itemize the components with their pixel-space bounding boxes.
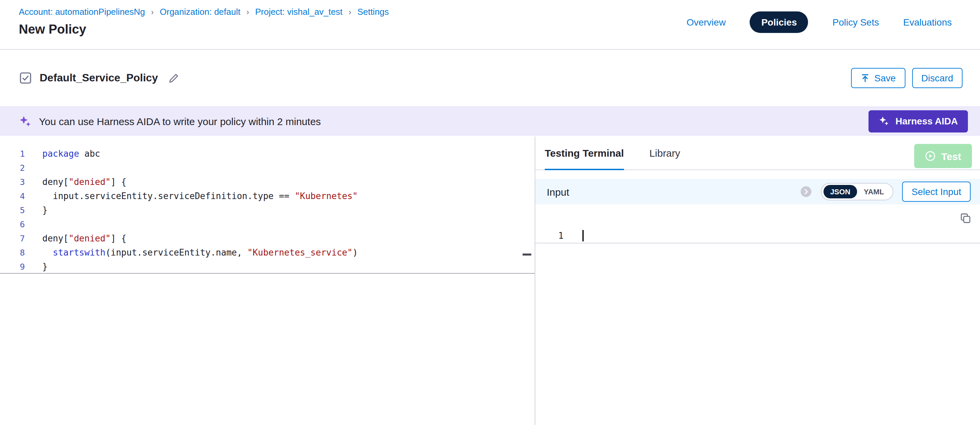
breadcrumb-account[interactable]: Account: automationPipelinesNg xyxy=(19,7,145,17)
code-line[interactable]: 5} xyxy=(0,203,535,217)
code-line[interactable]: 4 input.serviceEntity.serviceDefinition.… xyxy=(0,189,535,203)
policy-name: Default_Service_Policy xyxy=(40,72,158,84)
code-text: deny["denied"] { xyxy=(42,233,127,243)
discard-button[interactable]: Discard xyxy=(912,68,963,88)
code-lines: 1package abc23deny["denied"] {4 input.se… xyxy=(0,147,535,274)
save-button-label: Save xyxy=(874,73,896,83)
aida-banner-message: You can use Harness AIDA to write your p… xyxy=(39,115,321,127)
input-controls: JSON YAML Select Input xyxy=(800,182,970,202)
save-button[interactable]: Save xyxy=(851,68,905,88)
format-option-json[interactable]: JSON xyxy=(824,185,857,198)
nav-tab-policies[interactable]: Policies xyxy=(750,11,808,33)
breadcrumb-separator-icon: › xyxy=(151,7,154,16)
line-number: 5 xyxy=(0,205,25,215)
breadcrumb-separator-icon: › xyxy=(348,7,351,16)
line-number: 8 xyxy=(0,248,25,257)
upload-arrow-icon xyxy=(860,73,870,83)
code-line[interactable]: 2 xyxy=(0,161,535,175)
format-toggle: JSON YAML xyxy=(821,183,893,200)
overview-ruler-cursor-mark xyxy=(523,254,531,256)
edit-pencil-icon[interactable] xyxy=(168,72,179,84)
text-cursor xyxy=(582,230,584,241)
breadcrumb-separator-icon: › xyxy=(247,7,249,16)
code-text: deny["denied"] { xyxy=(42,177,127,187)
policy-bar: Default_Service_Policy Save Discard xyxy=(0,50,980,106)
code-line[interactable]: 7deny["denied"] { xyxy=(0,231,535,246)
discard-button-label: Discard xyxy=(921,73,953,83)
sparkle-icon xyxy=(878,116,889,126)
breadcrumb-organization[interactable]: Organization: default xyxy=(160,7,240,17)
code-text: input.serviceEntity.serviceDefinition.ty… xyxy=(42,191,358,201)
page-header: Account: automationPipelinesNg › Organiz… xyxy=(0,0,980,50)
nav-tab-policy-sets[interactable]: Policy Sets xyxy=(832,17,879,27)
input-section-title: Input xyxy=(547,186,569,197)
code-text: } xyxy=(42,261,48,272)
code-line[interactable]: 6 xyxy=(0,217,535,231)
top-nav: Overview Policies Policy Sets Evaluation… xyxy=(686,11,952,33)
input-editor-line[interactable]: 1 xyxy=(535,228,980,243)
testing-panel-tabs: Testing Terminal Library xyxy=(535,136,980,170)
test-button[interactable]: Test xyxy=(915,144,972,168)
select-input-button-label: Select Input xyxy=(912,186,961,197)
code-line[interactable]: 9} xyxy=(0,260,535,274)
line-number: 1 xyxy=(0,149,25,159)
copy-icon[interactable] xyxy=(960,212,971,224)
code-line[interactable]: 3deny["denied"] { xyxy=(0,175,535,189)
code-text: package abc xyxy=(42,149,100,159)
breadcrumb-settings[interactable]: Settings xyxy=(357,7,389,17)
nav-tab-overview[interactable]: Overview xyxy=(686,17,726,27)
nav-tab-evaluations[interactable]: Evaluations xyxy=(903,17,952,27)
harness-aida-button[interactable]: Harness AIDA xyxy=(869,110,968,132)
expand-icon[interactable] xyxy=(800,185,812,198)
code-line[interactable]: 8 startswith(input.serviceEntity.name, "… xyxy=(0,246,535,260)
tab-testing-terminal[interactable]: Testing Terminal xyxy=(545,136,624,170)
line-number: 9 xyxy=(0,261,25,272)
code-text: } xyxy=(42,205,48,215)
testing-panel: Testing Terminal Library Test Input JSON xyxy=(535,136,980,425)
line-number: 4 xyxy=(0,191,25,201)
policy-code-editor[interactable]: 1package abc23deny["denied"] {4 input.se… xyxy=(0,136,535,425)
sparkle-icon xyxy=(19,115,32,128)
line-number: 1 xyxy=(535,231,563,241)
test-button-label: Test xyxy=(941,150,961,162)
format-option-yaml[interactable]: YAML xyxy=(857,185,891,198)
app-root: Account: automationPipelinesNg › Organiz… xyxy=(0,0,980,425)
line-number: 7 xyxy=(0,233,25,243)
aida-banner: You can use Harness AIDA to write your p… xyxy=(0,106,980,136)
breadcrumb-project[interactable]: Project: vishal_av_test xyxy=(255,7,342,17)
main-area: 1package abc23deny["denied"] {4 input.se… xyxy=(0,136,980,425)
policy-check-icon xyxy=(19,71,32,85)
select-input-button[interactable]: Select Input xyxy=(902,182,970,202)
policy-actions: Save Discard xyxy=(851,68,963,88)
code-text: startswith(input.serviceEntity.name, "Ku… xyxy=(42,248,358,257)
input-section-header: Input JSON YAML Select Input xyxy=(535,179,980,205)
line-number: 3 xyxy=(0,177,25,187)
input-editor[interactable]: 1 xyxy=(535,205,980,243)
code-line[interactable]: 1package abc xyxy=(0,147,535,161)
line-number: 2 xyxy=(0,163,25,173)
tab-library[interactable]: Library xyxy=(649,136,681,170)
line-number: 6 xyxy=(0,219,25,229)
play-circle-icon xyxy=(925,151,936,161)
harness-aida-button-label: Harness AIDA xyxy=(896,116,958,126)
